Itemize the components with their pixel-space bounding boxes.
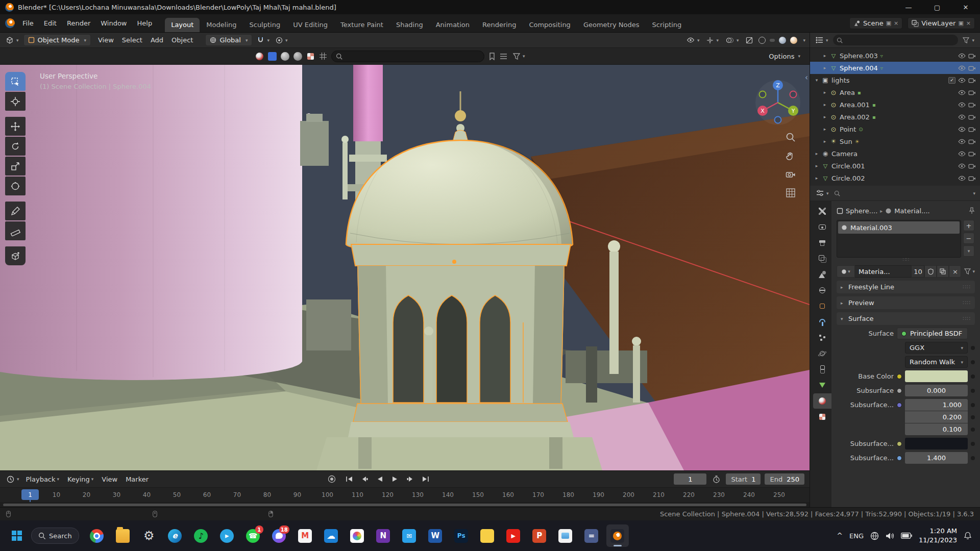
workspace-tab[interactable]: Geometry Nodes [577,18,646,32]
whatsapp[interactable]: ☎ 1 [242,524,264,547]
expand-arrow-icon[interactable]: ▾ [814,78,819,83]
messenger[interactable]: 18 [268,524,290,547]
menu-item[interactable]: Help [132,17,158,29]
navigation-gizmo[interactable]: Z Y X [753,78,802,127]
outliner-row[interactable]: ▸ Sphere.003 [810,49,980,62]
list-resize-grip[interactable]: ∷∷ [837,258,975,263]
onedrive[interactable]: ☁ [320,524,342,547]
decorator-dot[interactable] [971,428,975,432]
pan-hand-icon[interactable] [786,151,796,161]
auto-keying-button[interactable] [326,474,337,484]
filter-dropdown[interactable] [511,52,527,61]
subsurface-ior-slider[interactable]: 1.400 [905,452,968,464]
hide-in-viewport-eye-icon[interactable] [958,65,966,71]
slot-specials-button[interactable] [963,245,974,257]
disable-in-render-camera-icon[interactable] [968,65,976,71]
object-visibility-dropdown[interactable] [685,36,701,44]
subsurface-method-select[interactable]: Random Walk [905,356,968,368]
play-reverse-button[interactable] [374,474,385,484]
list-icon[interactable] [500,53,507,60]
hide-in-viewport-eye-icon[interactable] [958,102,966,108]
expand-arrow-icon[interactable]: ▸ [822,127,827,132]
breadcrumb-object[interactable]: Sphere.... [846,207,877,215]
expand-arrow-icon[interactable]: ▸ [822,139,827,144]
chrome[interactable] [86,524,108,547]
expand-arrow-icon[interactable]: ▸ [822,114,827,119]
xray-toggle[interactable] [744,36,754,45]
tab-object-data[interactable] [813,378,831,393]
viewport-search-field[interactable] [331,51,484,62]
hidden-icons-chevron[interactable]: ^ [837,532,843,540]
properties-options-caret[interactable] [973,191,975,196]
base-color-swatch[interactable] [905,370,968,382]
box-select-tool[interactable] [5,72,26,91]
shading-wireframe-button[interactable] [758,37,766,44]
tab-world[interactable] [813,283,831,298]
disable-in-render-camera-icon[interactable] [968,176,976,181]
hide-in-viewport-eye-icon[interactable] [958,114,966,120]
outliner-row[interactable]: ▸ Area.001 [810,98,980,111]
network-globe-icon[interactable] [870,532,879,540]
taskbar-search[interactable]: Search [31,528,79,544]
scale-tool[interactable] [5,157,26,176]
viewport-menu-item[interactable]: View [94,35,118,45]
tab-view-layer[interactable] [813,251,831,266]
texture-slot-icon[interactable] [268,52,277,61]
calculator[interactable]: = [580,524,603,547]
gallery[interactable] [554,524,577,547]
overlays-dropdown[interactable] [724,36,741,44]
hide-in-viewport-eye-icon[interactable] [958,53,966,59]
tab-particles[interactable] [813,330,831,345]
outliner-editor-type-button[interactable] [814,36,830,44]
decorator-dot[interactable] [971,389,975,393]
tab-constraints[interactable] [813,362,831,377]
outliner-filter-dropdown[interactable] [961,36,976,44]
camera-view-icon[interactable] [786,170,796,179]
shading-ball-icon[interactable] [281,52,289,61]
annotate-tool[interactable] [5,202,26,220]
hide-in-viewport-eye-icon[interactable] [958,151,966,157]
disable-in-render-camera-icon[interactable] [968,78,976,83]
play-button[interactable] [389,474,401,484]
hide-in-viewport-eye-icon[interactable] [958,78,966,83]
tab-modifiers[interactable] [813,314,831,330]
outliner-row[interactable]: ▸ Sphere.004 [810,62,980,74]
shading-dropdown-caret[interactable] [803,38,805,43]
shading-rendered-button[interactable] [790,37,797,44]
radius-z-field[interactable]: 0.100 [905,423,968,435]
pin-icon[interactable] [969,207,975,214]
timeline-menu[interactable]: View [97,474,121,485]
material-preview-icon[interactable] [255,52,264,61]
outliner-row[interactable]: ▸ Area.002 [810,111,980,123]
telegram[interactable]: ▸ [216,524,238,547]
expand-arrow-icon[interactable]: ▸ [822,65,827,70]
tab-output[interactable] [813,235,831,251]
mode-selector[interactable]: Object Mode [23,34,91,46]
decorator-dot[interactable] [971,456,975,460]
hide-in-viewport-eye-icon[interactable] [958,176,966,181]
jump-to-start-button[interactable] [344,474,355,484]
disable-in-render-camera-icon[interactable] [968,163,976,169]
disable-in-render-camera-icon[interactable] [968,114,976,120]
radius-y-field[interactable]: 0.200 [905,411,968,423]
remove-view-layer-icon[interactable]: × [966,20,971,27]
decorator-dot[interactable] [971,442,975,446]
panel-freestyle-line[interactable]: Freestyle Line ∷∷ [837,281,975,293]
timeline-menu[interactable]: Marker [121,474,153,485]
orthographic-grid-icon[interactable] [786,188,796,198]
notifications-bell-icon[interactable] [964,532,972,540]
expand-arrow-icon[interactable]: ▸ [822,53,827,58]
snapping-toggle[interactable] [255,35,271,45]
powerpoint[interactable]: P [528,524,551,547]
menu-item[interactable]: Edit [39,17,62,29]
new-view-layer-icon[interactable]: ▣ [958,20,963,27]
expand-arrow-icon[interactable]: ▸ [822,90,827,95]
properties-editor-type-button[interactable] [815,189,830,197]
decorator-dot[interactable] [971,415,975,419]
outliner-search-field[interactable] [833,35,959,45]
photos[interactable] [346,524,369,547]
prev-keyframe-button[interactable] [359,474,370,484]
add-slot-button[interactable]: + [963,220,974,231]
disable-in-render-camera-icon[interactable] [968,90,976,95]
hide-in-viewport-eye-icon[interactable] [958,127,966,132]
